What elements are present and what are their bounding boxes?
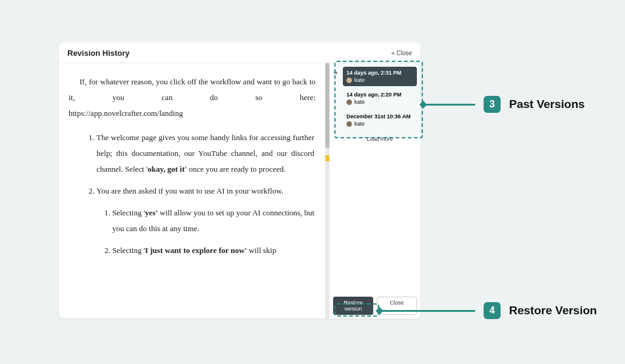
scrollbar-thumb[interactable]: [325, 63, 329, 148]
version-user: kate: [346, 77, 413, 83]
close-link[interactable]: « Close: [391, 50, 412, 56]
avatar-icon: [346, 78, 352, 83]
version-time: December 31st 10:36 AM: [346, 113, 413, 120]
version-user: kate: [346, 121, 413, 127]
version-item[interactable]: 14 days ago, 2:20 PM kate: [343, 89, 417, 108]
sub-item-2: Selecting 'I just want to explore for no…: [112, 243, 314, 258]
list-item-1: The welcome page gives you some handy li…: [96, 130, 316, 177]
callout-label: Restore Version: [509, 304, 597, 317]
intro-text-1: If, for whatever reason, you click off t…: [69, 77, 316, 102]
version-list: 14 days ago, 2:31 PM kate 14 days ago, 2…: [332, 67, 418, 146]
expand-arrow-icon[interactable]: ➜: [332, 69, 339, 76]
callout-badge: 4: [484, 302, 501, 319]
version-item-selected[interactable]: 14 days ago, 2:31 PM kate: [343, 67, 417, 86]
list-item-2: You are then asked if you want to use AI…: [96, 183, 316, 258]
sub-ordered-list: Selecting 'yes' will allow you to set up…: [96, 205, 314, 258]
restore-version-button[interactable]: Restore version: [333, 297, 373, 315]
avatar-icon: [346, 121, 352, 127]
callout-line: [423, 104, 475, 106]
main-ordered-list: The welcome page gives you some handy li…: [69, 130, 316, 258]
avatar-icon: [346, 99, 352, 105]
document-content: If, for whatever reason, you click off t…: [59, 63, 325, 318]
callout-badge: 3: [484, 96, 501, 113]
version-time: 14 days ago, 2:31 PM: [346, 70, 413, 76]
callout-3: 3 Past Versions: [423, 96, 585, 113]
window-title: Revision History: [67, 49, 130, 58]
versions-panel: ➜ 14 days ago, 2:31 PM kate 14 days ago,…: [329, 63, 421, 318]
callout-label: Past Versions: [509, 98, 585, 111]
diamond-icon: [419, 101, 427, 109]
version-item[interactable]: December 31st 10:36 AM kate: [343, 110, 417, 130]
callout-4: 4 Restore Version: [379, 302, 597, 319]
callout-line: [379, 310, 475, 312]
intro-url: https://app.novelcrafter.com/landing: [69, 106, 316, 121]
version-user: kate: [346, 99, 413, 105]
window-body: If, for whatever reason, you click off t…: [59, 63, 421, 318]
scrollbar-track[interactable]: [325, 63, 329, 318]
window-header: Revision History « Close: [59, 42, 421, 63]
change-marker: [325, 155, 329, 161]
sub-item-1: Selecting 'yes' will allow you to set up…: [112, 205, 314, 237]
version-time: 14 days ago, 2:20 PM: [346, 92, 413, 98]
intro-paragraph: If, for whatever reason, you click off t…: [69, 74, 316, 121]
revision-history-window: Revision History « Close If, for whateve…: [59, 42, 421, 318]
load-more-button[interactable]: Load more: [343, 132, 417, 146]
